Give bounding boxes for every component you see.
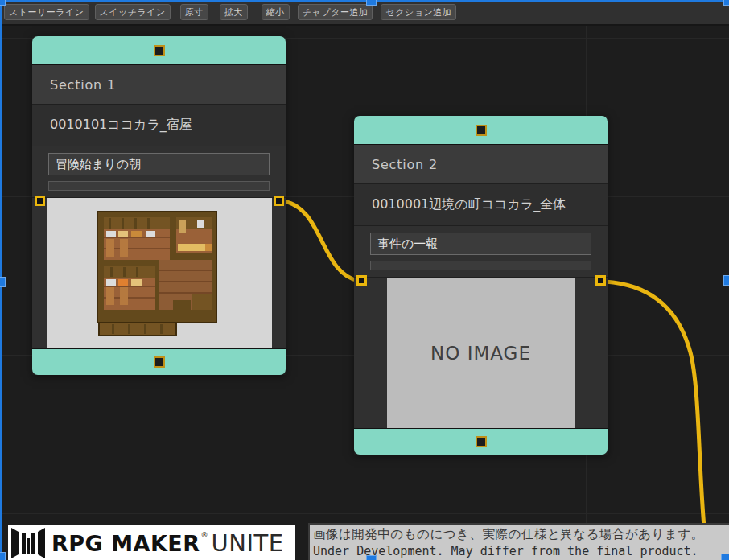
map-thumbnail-placeholder[interactable]: NO IMAGE [387,278,575,428]
brand-rpg-maker: RPG MAKER [51,531,200,556]
map-thumbnail[interactable] [47,198,272,348]
selection-handle-bottom-right[interactable] [721,554,729,560]
rpg-maker-logo-icon [10,528,46,558]
add-chapter-button[interactable]: チャプター追加 [298,4,373,20]
connector-port-bottom-icon[interactable] [154,356,165,368]
node-title: Section 2 [372,157,438,172]
brand-unite: UNITE [212,529,284,557]
input-port-icon[interactable] [356,275,367,286]
inn-map-image [93,210,226,337]
node-memo-section [32,146,286,198]
node-title-row[interactable]: Section 2 [354,145,608,184]
connector-port-top-icon[interactable] [154,45,165,56]
output-port-icon[interactable] [274,196,284,206]
selection-handle-right-middle[interactable] [723,275,729,286]
node-memo-section [354,226,608,278]
selection-handle-top-right[interactable] [723,0,729,6]
node-map-id: 0010101ココカラ_宿屋 [50,117,192,134]
progress-track[interactable] [48,181,270,191]
selection-handle-top-left[interactable] [0,0,6,6]
progress-track[interactable] [370,261,591,270]
selection-handle-top-middle[interactable] [366,0,377,6]
registered-mark-icon: ® [201,531,208,539]
section-1-node[interactable]: Section 1 0010101ココカラ_宿屋 [32,36,286,375]
section-2-node[interactable]: Section 2 0010001辺境の町ココカラ_全体 NO IMAGE [354,116,608,455]
node-map-id-row[interactable]: 0010001辺境の町ココカラ_全体 [354,184,608,226]
node-footer-bar[interactable] [32,348,286,375]
memo-input[interactable] [370,233,591,255]
node-map-id-row[interactable]: 0010101ココカラ_宿屋 [32,105,286,146]
storyline-button[interactable]: ストーリーライン [4,4,89,20]
node-image-section: NO IMAGE [354,278,608,428]
input-port-icon[interactable] [35,196,45,206]
node-title: Section 1 [50,77,116,93]
selection-border-top [0,0,729,2]
disclaimer-text-ja: 画像は開発中のものにつき、実際の仕様と異なる場合があります。 [313,526,729,543]
connector-port-bottom-icon[interactable] [476,436,487,447]
node-footer-bar[interactable] [354,428,608,455]
node-header-bar[interactable] [32,36,286,65]
selection-handle-left-middle[interactable] [0,277,6,287]
connector-port-top-icon[interactable] [476,125,487,136]
node-map-id: 0010001辺境の町ココカラ_全体 [372,196,566,213]
node-header-bar[interactable] [354,116,608,145]
no-image-label: NO IMAGE [430,343,531,364]
selection-handle-bottom-left[interactable] [0,552,6,560]
output-port-icon[interactable] [595,275,606,286]
node-title-row[interactable]: Section 1 [32,65,286,105]
memo-input[interactable] [48,153,270,175]
rpg-maker-unite-logo: RPG MAKER ® UNITE [8,525,295,560]
outline-editor-toolbar: ストーリーライン スイッチライン 原寸 拡大 縮小 チャプター追加 セクション追… [0,0,729,26]
add-section-button[interactable]: セクション追加 [381,4,456,20]
zoom-out-button[interactable]: 縮小 [262,4,290,20]
actual-size-button[interactable]: 原寸 [180,4,208,20]
node-image-section [32,198,286,348]
switchline-button[interactable]: スイッチライン [95,4,171,20]
selection-handle-bottom-middle[interactable] [366,555,377,560]
zoom-in-button[interactable]: 拡大 [220,4,248,20]
